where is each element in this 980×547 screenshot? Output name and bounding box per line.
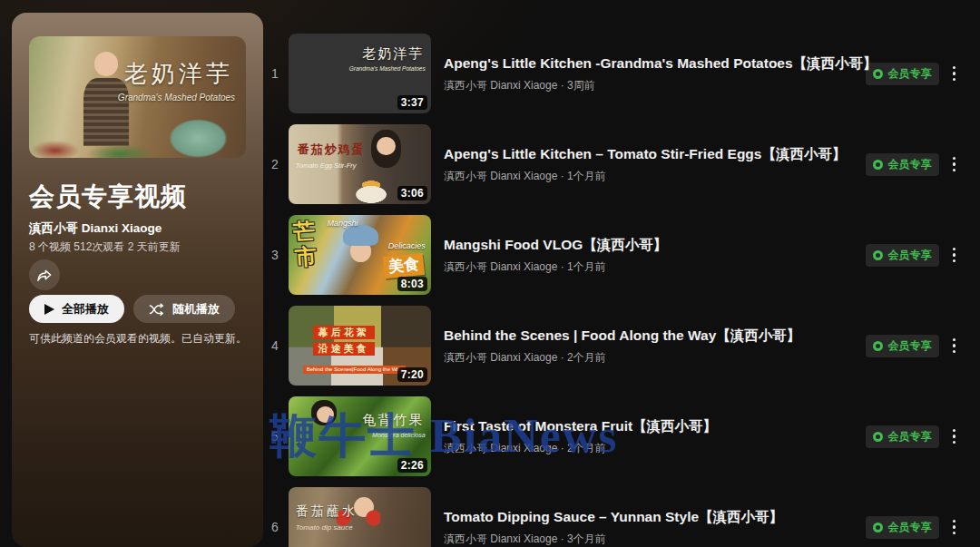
members-only-label: 会员专享	[888, 338, 932, 354]
members-only-label: 会员专享	[888, 248, 932, 263]
video-meta[interactable]: 滇西小哥 Dianxi Xiaoge · 2个月前	[444, 441, 717, 456]
video-info: Apeng's Little Kitchen – Tomato Stir-Fri…	[444, 144, 846, 184]
thumb-text-cn2: 美食	[383, 253, 425, 278]
more-menu-button[interactable]	[948, 151, 961, 178]
video-index: 2	[265, 157, 285, 171]
more-menu-button[interactable]	[948, 514, 961, 541]
video-thumbnail[interactable]: 芒市 Mangshi 美食 Delicacies 8:03	[289, 215, 431, 295]
playlist-stats: 8 个视频 512次观看 2 天前更新	[29, 239, 181, 255]
members-only-badge: 会员专享	[866, 425, 939, 448]
thumb-text-en: Mangshi	[327, 219, 358, 228]
thumbnail-title-cn: 老奶洋芋	[124, 61, 233, 88]
row-controls: 会员专享	[866, 242, 966, 269]
video-meta[interactable]: 滇西小哥 Dianxi Xiaoge · 1个月前	[444, 169, 846, 184]
thumb-text-cn: 幕后花絮	[313, 326, 375, 339]
members-only-badge: 会员专享	[866, 153, 939, 176]
thumb-text-en: Tomato Egg Stir-Fry	[296, 162, 357, 171]
video-index: 4	[265, 338, 285, 353]
thumb-text-cn: 番茄炒鸡蛋	[297, 143, 365, 157]
channel-link[interactable]: 滇西小哥 Dianxi Xiaoge	[29, 220, 162, 237]
row-controls: 会员专享	[866, 424, 966, 450]
thumb-text-cn: 龟背竹果	[362, 413, 424, 428]
play-all-button[interactable]: 全部播放	[29, 295, 124, 323]
shuffle-button[interactable]: 随机播放	[133, 295, 235, 323]
row-controls: 会员专享	[866, 333, 966, 359]
duration-badge: 7:20	[397, 367, 427, 382]
video-meta[interactable]: 滇西小哥 Dianxi Xiaoge · 1个月前	[444, 259, 667, 275]
video-title[interactable]: First Taste of Monstera Fruit【滇西小哥】	[444, 416, 717, 436]
video-thumbnail[interactable]: 幕后花絮 Behind the Scenes|Food Along the Wa…	[289, 306, 431, 386]
video-row[interactable]: 2 番茄炒鸡蛋 Tomato Egg Stir-Fry 3:06 Apeng's…	[265, 119, 965, 210]
thumb-text-cn: 老奶洋芋	[362, 46, 424, 62]
more-menu-button[interactable]	[948, 242, 961, 269]
thumb-text-cn: 芒市	[292, 218, 323, 269]
duration-badge: 8:03	[397, 277, 427, 291]
video-title[interactable]: Apeng's Little Kitchen – Tomato Stir-Fri…	[444, 144, 846, 164]
member-badge-icon	[873, 69, 883, 79]
playlist-thumbnail[interactable]: 老奶洋芋 Grandma's Mashed Potatoes	[29, 36, 246, 158]
playlist-header-card: 老奶洋芋 Grandma's Mashed Potatoes 会员专享视频 滇西…	[12, 13, 263, 547]
playlist-actions: 全部播放 随机播放	[29, 295, 235, 323]
video-meta[interactable]: 滇西小哥 Dianxi Xiaoge · 3周前	[444, 78, 866, 93]
row-controls: 会员专享	[866, 61, 966, 87]
duration-badge: 3:37	[397, 95, 427, 110]
more-menu-icon	[953, 248, 956, 251]
video-meta[interactable]: 滇西小哥 Dianxi Xiaoge · 2个月前	[444, 350, 800, 366]
video-title[interactable]: Behind the Scenes | Food Along the Way【滇…	[444, 326, 800, 346]
more-menu-button[interactable]	[948, 333, 961, 359]
video-index: 6	[265, 520, 285, 534]
thumb-text-en: Grandma's Mashed Potatoes	[349, 65, 426, 72]
shuffle-icon	[149, 301, 165, 317]
thumb-text-en: Monstera deliciosa	[372, 432, 425, 439]
members-only-badge: 会员专享	[866, 335, 939, 357]
play-all-label: 全部播放	[62, 301, 109, 317]
more-menu-button[interactable]	[948, 424, 961, 450]
member-badge-icon	[873, 523, 883, 532]
video-info: Tomato Dipping Sauce – Yunnan Style【滇西小哥…	[444, 507, 783, 547]
video-title[interactable]: Apeng's Little Kitchen -Grandma's Mashed…	[444, 54, 866, 73]
video-thumbnail[interactable]: 番茄蘸水 Tomato dip sauce	[289, 487, 431, 547]
video-title[interactable]: Tomato Dipping Sauce – Yunnan Style【滇西小哥…	[444, 507, 783, 527]
share-button[interactable]	[29, 259, 60, 290]
members-only-badge: 会员专享	[866, 244, 939, 267]
row-controls: 会员专享	[866, 514, 966, 541]
playlist-title: 会员专享视频	[29, 180, 187, 214]
shuffle-label: 随机播放	[172, 301, 220, 317]
thumb-text-en2: Delicacies	[388, 241, 426, 250]
member-badge-icon	[873, 432, 883, 442]
member-badge-icon	[873, 250, 883, 260]
more-menu-icon	[953, 520, 956, 523]
member-badge-icon	[873, 160, 883, 170]
members-only-badge: 会员专享	[866, 516, 939, 539]
video-info: First Taste of Monstera Fruit【滇西小哥】 滇西小哥…	[444, 416, 717, 456]
duration-badge: 2:26	[397, 458, 427, 473]
members-only-badge: 会员专享	[866, 63, 939, 85]
video-row[interactable]: 5 龟背竹果 Monstera deliciosa 2:26 First Tas…	[265, 391, 965, 482]
video-index: 5	[265, 429, 285, 444]
video-thumbnail[interactable]: 龟背竹果 Monstera deliciosa 2:26	[289, 396, 431, 476]
member-badge-icon	[873, 341, 883, 351]
play-icon	[44, 304, 54, 315]
video-row[interactable]: 3 芒市 Mangshi 美食 Delicacies 8:03 Mangshi …	[265, 210, 965, 300]
thumb-text-cn: 番茄蘸水	[296, 503, 358, 518]
video-meta[interactable]: 滇西小哥 Dianxi Xiaoge · 3个月前	[444, 532, 783, 547]
video-row[interactable]: 4 幕后花絮 Behind the Scenes|Food Along the …	[265, 300, 965, 391]
more-menu-icon	[953, 338, 956, 342]
row-controls: 会员专享	[866, 151, 966, 178]
video-row[interactable]: 1 老奶洋芋 Grandma's Mashed Potatoes 3:37 Ap…	[265, 28, 965, 119]
video-thumbnail[interactable]: 老奶洋芋 Grandma's Mashed Potatoes 3:37	[289, 34, 431, 113]
more-menu-icon	[953, 429, 956, 433]
more-menu-icon	[953, 66, 956, 70]
video-info: Behind the Scenes | Food Along the Way【滇…	[444, 326, 800, 366]
video-title[interactable]: Mangshi Food VLOG【滇西小哥】	[444, 235, 667, 255]
playlist-description: 可供此频道的会员观看的视频。已自动更新。	[29, 331, 247, 347]
more-menu-button[interactable]	[948, 61, 961, 87]
more-menu-icon	[953, 157, 956, 161]
share-icon	[35, 266, 54, 284]
members-only-label: 会员专享	[888, 520, 932, 535]
video-thumbnail[interactable]: 番茄炒鸡蛋 Tomato Egg Stir-Fry 3:06	[289, 124, 431, 204]
video-index: 1	[265, 66, 285, 81]
video-index: 3	[265, 248, 285, 262]
members-only-label: 会员专享	[888, 157, 932, 172]
video-row[interactable]: 6 番茄蘸水 Tomato dip sauce Tomato Dipping S…	[265, 482, 965, 547]
